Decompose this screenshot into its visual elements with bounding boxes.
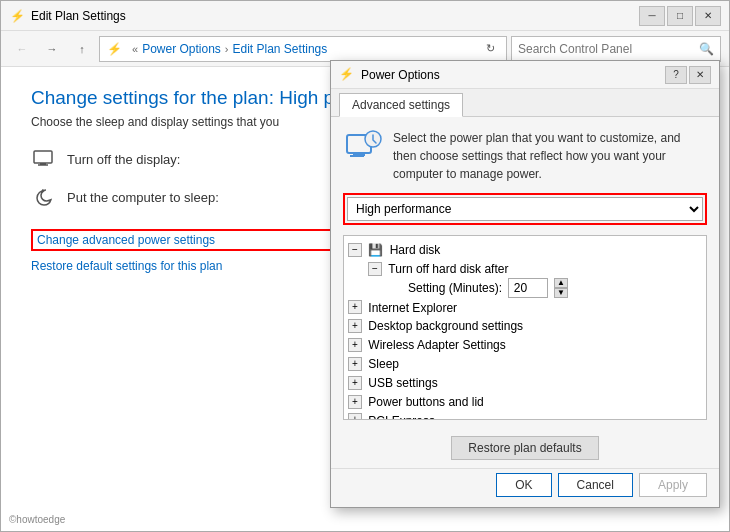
modal-dropdown-row[interactable]: High performance Balanced Power saver — [343, 193, 707, 225]
tree-item-pci[interactable]: + PCI Express — [348, 411, 702, 420]
setting-minutes-input[interactable] — [508, 278, 548, 298]
ie-label: Internet Explorer — [368, 300, 457, 314]
expand-wireless[interactable]: + — [348, 338, 362, 352]
title-bar-icon: ⚡ — [9, 8, 25, 24]
maximize-button[interactable]: □ — [667, 6, 693, 26]
spin-up-button[interactable]: ▲ — [554, 278, 568, 288]
svg-rect-0 — [34, 151, 52, 163]
turn-off-hdd-label: Turn off hard disk after — [388, 262, 508, 276]
title-bar-buttons: ─ □ ✕ — [639, 6, 721, 26]
apply-button[interactable]: Apply — [639, 473, 707, 497]
power-options-modal: ⚡ Power Options ? ✕ Advanced settings Se… — [330, 60, 720, 508]
tree-grandchild-setting: Setting (Minutes): ▲ ▼ — [368, 278, 702, 298]
title-bar: ⚡ Edit Plan Settings ─ □ ✕ — [1, 1, 729, 31]
tree-item-ie[interactable]: + Internet Explorer — [348, 298, 702, 317]
modal-footer: Restore plan defaults — [331, 432, 719, 468]
modal-action-row: OK Cancel Apply — [331, 468, 719, 507]
usb-label: USB settings — [368, 376, 437, 390]
address-root[interactable]: Power Options — [142, 42, 221, 56]
display-icon — [31, 147, 55, 171]
modal-title-buttons: ? ✕ — [665, 66, 711, 84]
power-buttons-label: Power buttons and lid — [368, 395, 483, 409]
minimize-button[interactable]: ─ — [639, 6, 665, 26]
tree-child-turn-off-hdd: − Turn off hard disk after Setting (Minu… — [348, 259, 702, 298]
modal-intro: Select the power plan that you want to c… — [343, 129, 707, 183]
close-window-button[interactable]: ✕ — [695, 6, 721, 26]
search-icon[interactable]: 🔍 — [699, 42, 714, 56]
expand-turn-off-hdd[interactable]: − — [368, 262, 382, 276]
spinner-buttons: ▲ ▼ — [554, 278, 568, 298]
expand-ie[interactable]: + — [348, 300, 362, 314]
forward-button[interactable]: → — [39, 36, 65, 62]
tree-item-power-buttons[interactable]: + Power buttons and lid — [348, 392, 702, 411]
modal-help-button[interactable]: ? — [665, 66, 687, 84]
address-current[interactable]: Edit Plan Settings — [233, 42, 328, 56]
sleep-icon — [31, 185, 55, 209]
modal-title-text: Power Options — [361, 68, 665, 82]
tree-item-hard-disk[interactable]: − 💾 Hard disk — [348, 240, 702, 259]
title-bar-title: Edit Plan Settings — [31, 9, 639, 23]
setting-minutes-label: Setting (Minutes): — [408, 281, 502, 295]
modal-intro-text: Select the power plan that you want to c… — [393, 129, 707, 183]
expand-desktop-bg[interactable]: + — [348, 319, 362, 333]
hard-disk-icon: 💾 — [368, 243, 383, 257]
expand-pci[interactable]: + — [348, 413, 362, 420]
cancel-button[interactable]: Cancel — [558, 473, 633, 497]
tree-item-usb[interactable]: + USB settings — [348, 373, 702, 392]
moon-icon — [32, 186, 54, 208]
pci-label: PCI Express — [368, 413, 435, 420]
ok-button[interactable]: OK — [496, 473, 551, 497]
modal-tab-bar: Advanced settings — [331, 89, 719, 117]
restore-plan-defaults-button[interactable]: Restore plan defaults — [451, 436, 598, 460]
modal-body: Select the power plan that you want to c… — [331, 117, 719, 432]
up-button[interactable]: ↑ — [69, 36, 95, 62]
refresh-button[interactable]: ↻ — [480, 39, 500, 59]
tree-item-wireless[interactable]: + Wireless Adapter Settings — [348, 335, 702, 354]
search-bar: 🔍 — [511, 36, 721, 62]
monitor-icon — [32, 148, 54, 170]
power-options-icon — [343, 129, 383, 169]
search-input[interactable] — [518, 42, 699, 56]
expand-usb[interactable]: + — [348, 376, 362, 390]
hard-disk-label: Hard disk — [390, 243, 441, 257]
address-icon: ⚡ — [106, 41, 122, 57]
tree-item-turn-off-hdd[interactable]: − Turn off hard disk after — [368, 259, 702, 278]
expand-sleep[interactable]: + — [348, 357, 362, 371]
tree-item-sleep[interactable]: + Sleep — [348, 354, 702, 373]
wireless-label: Wireless Adapter Settings — [368, 338, 505, 352]
modal-close-button[interactable]: ✕ — [689, 66, 711, 84]
spin-down-button[interactable]: ▼ — [554, 288, 568, 298]
sleep-tree-label: Sleep — [368, 357, 399, 371]
modal-intro-icon — [343, 129, 383, 169]
plan-select[interactable]: High performance Balanced Power saver — [347, 197, 703, 221]
expand-power-buttons[interactable]: + — [348, 395, 362, 409]
desktop-bg-label: Desktop background settings — [368, 319, 523, 333]
modal-title-bar: ⚡ Power Options ? ✕ — [331, 61, 719, 89]
expand-hard-disk[interactable]: − — [348, 243, 362, 257]
modal-title-icon: ⚡ — [339, 67, 355, 83]
watermark: ©howtoedge — [9, 514, 65, 525]
tree-view[interactable]: − 💾 Hard disk − Turn off hard disk after… — [343, 235, 707, 420]
back-button[interactable]: ← — [9, 36, 35, 62]
tab-advanced-settings[interactable]: Advanced settings — [339, 93, 463, 117]
tree-item-desktop-bg[interactable]: + Desktop background settings — [348, 316, 702, 335]
address-bar[interactable]: ⚡ « Power Options › Edit Plan Settings ↻ — [99, 36, 507, 62]
